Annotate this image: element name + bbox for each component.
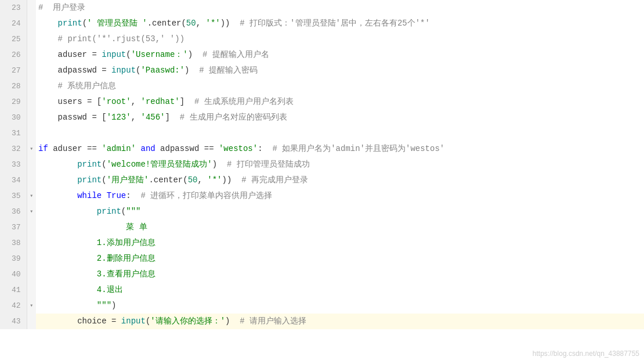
fold-gutter [27, 314, 36, 329]
code-content: 1.添加用户信息 [36, 235, 644, 251]
line-number: 35 [0, 188, 27, 204]
code-content: 3.查看用户信息 [36, 267, 644, 282]
line-number: 23 [0, 0, 27, 16]
code-line: 42▾ """) [0, 298, 644, 314]
fold-gutter [27, 267, 36, 282]
code-content: passwd = ['123', '456'] # 生成用户名对应的密码列表 [36, 110, 644, 125]
code-line: 32▾if aduser == 'admin' and adpasswd == … [0, 141, 644, 157]
fold-gutter[interactable]: ▾ [27, 141, 36, 157]
line-number: 39 [0, 251, 27, 267]
code-line: 43 choice = input('请输入你的选择：') # 请用户输入选择 [0, 314, 644, 329]
code-line: 36▾ print(""" [0, 204, 644, 219]
fold-gutter[interactable]: ▾ [27, 188, 36, 204]
line-number: 26 [0, 47, 27, 63]
fold-gutter [27, 0, 36, 16]
line-number: 40 [0, 267, 27, 282]
code-line: 34 print('用户登陆'.center(50, '*')) # 再完成用户… [0, 172, 644, 188]
fold-gutter [27, 31, 36, 47]
code-line: 31 [0, 125, 644, 141]
line-number: 42 [0, 298, 27, 314]
line-number: 41 [0, 282, 27, 298]
fold-gutter [27, 110, 36, 125]
code-content: choice = input('请输入你的选择：') # 请用户输入选择 [36, 314, 644, 329]
fold-gutter [27, 282, 36, 298]
code-content: # print('*'.rjust(53,' ')) [36, 31, 644, 47]
code-content: aduser = input('Username：') # 提醒输入用户名 [36, 47, 644, 63]
code-editor: 23# 用户登录24 print(' 管理员登陆 '.center(50, '*… [0, 0, 644, 360]
fold-gutter [27, 172, 36, 188]
line-number: 30 [0, 110, 27, 125]
line-number: 38 [0, 235, 27, 251]
code-content: print('用户登陆'.center(50, '*')) # 再完成用户登录 [36, 172, 644, 188]
fold-gutter [27, 63, 36, 78]
code-content: users = ['root', 'redhat'] # 生成系统用户用户名列表 [36, 94, 644, 110]
code-line: 25 # print('*'.rjust(53,' ')) [0, 31, 644, 47]
code-line: 37 菜 单 [0, 219, 644, 235]
line-number: 32 [0, 141, 27, 157]
code-line: 29 users = ['root', 'redhat'] # 生成系统用户用户… [0, 94, 644, 110]
code-content: adpasswd = input('Paaswd:') # 提醒输入密码 [36, 63, 644, 78]
code-line: 27 adpasswd = input('Paaswd:') # 提醒输入密码 [0, 63, 644, 78]
line-number: 43 [0, 314, 27, 329]
code-content: while True: # 进循环，打印菜单内容供用户选择 [36, 188, 644, 204]
code-content: print(' 管理员登陆 '.center(50, '*')) # 打印版式：… [36, 16, 644, 31]
code-content: """) [36, 298, 644, 314]
fold-gutter [27, 78, 36, 94]
line-number: 29 [0, 94, 27, 110]
line-number: 31 [0, 125, 27, 141]
line-number: 24 [0, 16, 27, 31]
fold-gutter [27, 94, 36, 110]
line-number: 34 [0, 172, 27, 188]
code-content: # 系统用户信息 [36, 78, 644, 94]
fold-gutter [27, 219, 36, 235]
code-line: 39 2.删除用户信息 [0, 251, 644, 267]
fold-gutter [27, 251, 36, 267]
code-line: 26 aduser = input('Username：') # 提醒输入用户名 [0, 47, 644, 63]
code-content: print(""" [36, 204, 644, 219]
code-line: 41 4.退出 [0, 282, 644, 298]
line-number: 36 [0, 204, 27, 219]
code-line: 35▾ while True: # 进循环，打印菜单内容供用户选择 [0, 188, 644, 204]
fold-gutter [27, 47, 36, 63]
fold-gutter [27, 16, 36, 31]
code-content: 菜 单 [36, 219, 644, 235]
code-content: # 用户登录 [36, 0, 644, 16]
code-line: 40 3.查看用户信息 [0, 267, 644, 282]
code-content: 4.退出 [36, 282, 644, 298]
fold-gutter [27, 125, 36, 141]
line-number: 33 [0, 157, 27, 172]
fold-gutter [27, 157, 36, 172]
watermark: https://blog.csdn.net/qn_43887755 [533, 350, 639, 358]
code-table: 23# 用户登录24 print(' 管理员登陆 '.center(50, '*… [0, 0, 644, 329]
code-content: print('welcome!管理员登陆成功') # 打印管理员登陆成功 [36, 157, 644, 172]
code-line: 28 # 系统用户信息 [0, 78, 644, 94]
code-line: 30 passwd = ['123', '456'] # 生成用户名对应的密码列… [0, 110, 644, 125]
fold-gutter [27, 235, 36, 251]
line-number: 27 [0, 63, 27, 78]
code-line: 23# 用户登录 [0, 0, 644, 16]
code-line: 24 print(' 管理员登陆 '.center(50, '*')) # 打印… [0, 16, 644, 31]
line-number: 25 [0, 31, 27, 47]
code-content: if aduser == 'admin' and adpasswd == 'we… [36, 141, 644, 157]
code-content [36, 125, 644, 141]
line-number: 28 [0, 78, 27, 94]
fold-gutter[interactable]: ▾ [27, 298, 36, 314]
fold-gutter[interactable]: ▾ [27, 204, 36, 219]
line-number: 37 [0, 219, 27, 235]
code-line: 38 1.添加用户信息 [0, 235, 644, 251]
code-content: 2.删除用户信息 [36, 251, 644, 267]
code-line: 33 print('welcome!管理员登陆成功') # 打印管理员登陆成功 [0, 157, 644, 172]
